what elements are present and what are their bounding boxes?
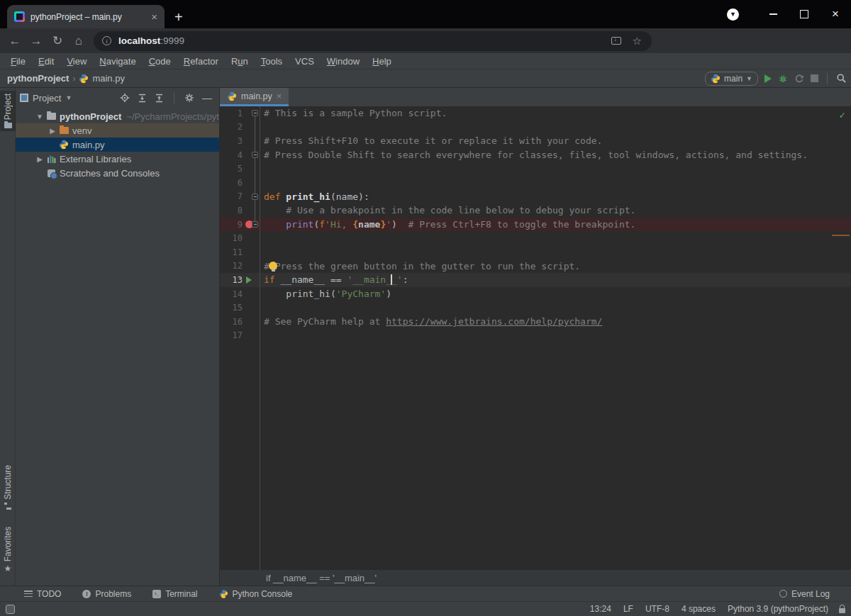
tool-window-button-python-console[interactable]: Python Console (219, 589, 293, 599)
menu-file[interactable]: File (4, 56, 32, 67)
menu-help[interactable]: Help (366, 56, 398, 67)
breadcrumb-project[interactable]: pythonProject (7, 73, 69, 84)
menu-view[interactable]: View (60, 56, 93, 67)
tree-item-venv[interactable]: ▶venv (16, 123, 219, 138)
tool-window-switcher-icon[interactable] (6, 605, 15, 614)
inspection-ok-icon[interactable]: ✓ (840, 109, 845, 121)
chevron-down-icon[interactable]: ▼ (65, 94, 72, 101)
code-line-3[interactable]: 3# Press Shift+F10 to execute it or repl… (220, 134, 851, 148)
site-info-icon[interactable]: i (102, 36, 111, 45)
menu-vcs[interactable]: VCS (289, 56, 321, 67)
home-icon[interactable]: ⌂ (68, 34, 89, 48)
code-line-7[interactable]: 7def print_hi(name): (220, 190, 851, 204)
menu-run[interactable]: Run (225, 56, 255, 67)
code-line-16[interactable]: 16# See PyCharm help at https://www.jetb… (220, 315, 851, 329)
menu-code[interactable]: Code (143, 56, 177, 67)
menu-tools[interactable]: Tools (255, 56, 289, 67)
chevron-down-icon[interactable]: ▼ (34, 113, 45, 121)
status-widget-indent-style[interactable]: 4 spaces (682, 604, 716, 614)
code-line-14[interactable]: 14 print_hi('PyCharm') (220, 287, 851, 301)
back-icon[interactable]: ← (4, 34, 26, 48)
code-line-13[interactable]: 13if __name__ == '__main__': (220, 273, 851, 287)
run-button[interactable] (764, 74, 772, 83)
forward-icon[interactable]: → (26, 34, 47, 48)
run-configuration-select[interactable]: main ▼ (705, 72, 758, 86)
menu-window[interactable]: Window (321, 56, 366, 67)
tool-window-button-terminal[interactable]: ›_Terminal (152, 589, 197, 599)
breadcrumb-file[interactable]: main.py (92, 73, 125, 84)
stripe-button-structure[interactable]: Structure (0, 462, 16, 513)
line-number: 5 (220, 164, 243, 174)
code-line-4[interactable]: 4# Press Double Shift to search everywhe… (220, 148, 851, 162)
code-line-1[interactable]: 1# This is a sample Python script. (220, 106, 851, 121)
search-everywhere-icon[interactable] (836, 73, 847, 84)
code-text: # See PyCharm help at https://www.jetbra… (264, 316, 602, 327)
code-editor[interactable]: ✓ 1# This is a sample Python script.23# … (220, 106, 851, 570)
tool-window-button-problems[interactable]: !Problems (82, 589, 131, 599)
tree-item-main-py[interactable]: main.py (16, 138, 219, 152)
code-line-15[interactable]: 15 (220, 301, 851, 315)
code-line-5[interactable]: 5 (220, 162, 851, 176)
expand-all-icon[interactable] (138, 94, 147, 103)
project-panel-title[interactable]: Project (33, 93, 61, 103)
stop-button[interactable] (811, 74, 818, 82)
stripe-button-favorites[interactable]: Favorites ★ (0, 524, 16, 576)
collapse-all-icon[interactable] (155, 94, 164, 103)
code-line-11[interactable]: 11 (220, 245, 851, 259)
tool-window-button-todo[interactable]: TODO (24, 589, 61, 599)
chevron-right-icon[interactable]: ▶ (47, 127, 58, 135)
editor-tab-close-icon[interactable]: × (277, 91, 282, 101)
close-button[interactable]: × (820, 4, 851, 25)
status-widget-interpreter[interactable]: Python 3.9 (pythonProject) (728, 604, 828, 614)
fold-marker-icon[interactable] (251, 106, 259, 121)
maximize-button[interactable] (789, 4, 820, 25)
hide-panel-icon[interactable]: — (202, 92, 212, 103)
code-line-12[interactable]: 12# Press the green button in the gutter… (220, 259, 851, 274)
fold-marker-icon[interactable] (251, 190, 259, 204)
editor-breadcrumbs[interactable]: if __name__ == '__main__' (220, 570, 851, 586)
run-with-coverage-button[interactable] (794, 74, 804, 84)
code-text: # Use a breakpoint in the code line belo… (264, 205, 635, 215)
tool-window-button-event-log[interactable]: Event Log (779, 589, 830, 599)
menu-navigate[interactable]: Navigate (93, 56, 142, 67)
browser-tab[interactable]: pythonProject – main.py × (7, 5, 165, 28)
lock-icon[interactable] (839, 608, 845, 613)
status-widget-line-separator[interactable]: LF (623, 604, 633, 614)
select-opened-file-icon[interactable] (120, 93, 130, 103)
bookmark-star-icon[interactable]: ☆ (633, 35, 642, 47)
stripe-button-project[interactable]: Project (0, 91, 16, 131)
install-app-icon[interactable] (611, 37, 621, 45)
intention-bulb-icon[interactable] (269, 262, 277, 270)
chevron-right-icon[interactable]: ▶ (34, 155, 45, 163)
code-line-9[interactable]: 9 print(f'Hi, {name}') # Press Ctrl+F8 t… (220, 218, 851, 232)
menu-refactor[interactable]: Refactor (177, 56, 225, 67)
reload-icon[interactable]: ↻ (47, 33, 68, 48)
fold-marker-icon[interactable] (251, 148, 259, 162)
new-tab-button[interactable]: + (174, 10, 183, 24)
gear-icon[interactable] (184, 93, 194, 103)
minimize-button[interactable] (757, 4, 789, 25)
tree-item-pythonproject[interactable]: ▼pythonProject~/PycharmProjects/pythonPr… (16, 109, 219, 123)
code-line-2[interactable]: 2 (220, 121, 851, 135)
code-line-8[interactable]: 8 # Use a breakpoint in the code line be… (220, 203, 851, 218)
status-widget-caret-position[interactable]: 13:24 (590, 604, 611, 614)
code-line-6[interactable]: 6 (220, 176, 851, 190)
tree-item-label: pythonProject (60, 111, 121, 122)
url-text[interactable]: localhost:9999 (118, 35, 184, 46)
tab-close-icon[interactable]: × (150, 11, 159, 22)
chevron-right-icon: › (72, 74, 75, 84)
editor-tab-main-py[interactable]: main.py × (220, 88, 289, 106)
run-line-icon[interactable] (244, 273, 254, 287)
menu-edit[interactable]: Edit (32, 56, 60, 67)
debug-button[interactable] (778, 74, 788, 84)
code-line-17[interactable]: 17 (220, 329, 851, 343)
media-control-icon[interactable]: ▼ (727, 9, 739, 21)
tree-item-external-libraries[interactable]: ▶External Libraries (16, 152, 219, 166)
code-line-10[interactable]: 10 (220, 231, 851, 245)
address-bar[interactable]: i localhost:9999 ☆ (94, 31, 652, 51)
status-widget-file-encoding[interactable]: UTF-8 (645, 604, 669, 614)
fold-marker-icon[interactable] (251, 218, 259, 232)
tree-item-scratches-and-consoles[interactable]: Scratches and Consoles (16, 166, 219, 180)
code-text: print(f'Hi, {name}') # Press Ctrl+F8 to … (264, 219, 635, 230)
editor-breadcrumb-text[interactable]: if __name__ == '__main__' (266, 573, 377, 583)
